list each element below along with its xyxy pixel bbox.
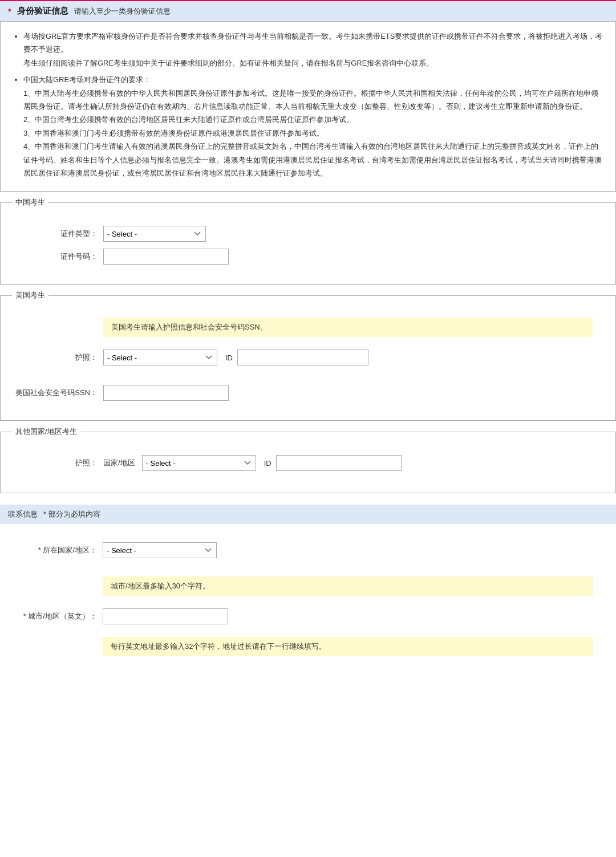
info-bullet-2: 中国大陆GRE考场对身份证件的要求： 1、中国大陆考生必须携带有效的中华人民共和… — [23, 73, 604, 180]
cert-type-select[interactable]: - Select - — [103, 226, 206, 242]
passport-controls-usa: - Select - ID — [103, 350, 368, 365]
other-group: 其他国家/地区考生 护照： 国家/地区 - Select - ID — [0, 427, 616, 493]
city-notice-text: 城市/地区最多输入30个字符。 — [103, 576, 593, 596]
country-select[interactable]: - Select - — [103, 542, 217, 558]
address-notice-text: 每行英文地址最多输入32个字符，地址过长请在下一行继续填写。 — [103, 637, 593, 656]
passport-id-input-other[interactable] — [276, 455, 402, 471]
country-label-other: 国家/地区 — [103, 458, 135, 468]
passport-row: 护照： - Select - ID — [12, 350, 604, 365]
city-input[interactable] — [103, 608, 228, 624]
country-label: * 所在国家/地区： — [11, 545, 103, 555]
contact-section-subtitle: * 部分为必填内容 — [43, 509, 100, 519]
id-label-other: ID — [264, 459, 271, 468]
cert-number-input[interactable] — [103, 249, 229, 265]
china-group-legend: 中国考生 — [12, 197, 48, 208]
cert-number-row: 证件号码： — [12, 249, 604, 265]
china-group: 中国考生 证件类型： - Select - 证件号码： — [0, 197, 616, 285]
passport-select-usa[interactable]: - Select - — [103, 350, 217, 365]
identity-info-box: 考场按GRE官方要求严格审核身份证件是否符合要求并核查身份证件与考生当前相貌是否… — [0, 21, 616, 192]
id-label-usa: ID — [225, 354, 233, 362]
info-bullet-1: 考场按GRE官方要求严格审核身份证件是否符合要求并核查身份证件与考生当前相貌是否… — [23, 30, 604, 70]
usa-group-legend: 美国考生 — [12, 290, 48, 300]
country-row: * 所在国家/地区： - Select - — [11, 542, 605, 558]
city-row: * 城市/地区（英文）： — [11, 608, 605, 624]
contact-section-title: 联系信息 — [8, 509, 38, 519]
ssn-row: 美国社会安全号码SSN： — [12, 385, 604, 401]
address-notice-wrapper: 每行英文地址最多输入32个字符，地址过长请在下一行继续填写。 — [11, 631, 605, 662]
passport-controls-other: 国家/地区 - Select - ID — [103, 455, 402, 471]
city-label: * 城市/地区（英文）： — [11, 611, 103, 622]
contact-form: * 所在国家/地区： - Select - 城市/地区最多输入30个字符。 * … — [0, 530, 616, 668]
ssn-input[interactable] — [103, 385, 229, 401]
identity-section-title: 身份验证信息 — [17, 6, 68, 17]
usa-notice-text: 美国考生请输入护照信息和社会安全号码SSN。 — [103, 318, 593, 337]
identity-section-subtitle: 请输入至少一类身份验证信息 — [74, 6, 171, 17]
country-select-other[interactable]: - Select - — [142, 455, 256, 471]
cert-type-row: 证件类型： - Select - — [12, 226, 604, 242]
passport-row-other: 护照： 国家/地区 - Select - ID — [12, 455, 604, 471]
required-star-identity: * — [8, 6, 11, 16]
cert-number-label: 证件号码： — [12, 251, 103, 262]
other-group-legend: 其他国家/地区考生 — [12, 427, 80, 437]
passport-label-usa: 护照： — [12, 352, 103, 363]
passport-label-other: 护照： — [12, 458, 103, 468]
usa-group: 美国考生 美国考生请输入护照信息和社会安全号码SSN。 护照： - Select… — [0, 290, 616, 421]
ssn-label: 美国社会安全号码SSN： — [12, 388, 103, 398]
contact-section-header: 联系信息 * 部分为必填内容 — [0, 505, 616, 524]
cert-type-label: 证件类型： — [12, 229, 103, 239]
usa-notice: 美国考生请输入护照信息和社会安全号码SSN。 — [12, 312, 604, 343]
identity-section-header: * 身份验证信息 请输入至少一类身份验证信息 — [0, 0, 616, 21]
passport-id-input-usa[interactable] — [237, 350, 368, 365]
city-notice-wrapper: 城市/地区最多输入30个字符。 — [11, 571, 605, 602]
